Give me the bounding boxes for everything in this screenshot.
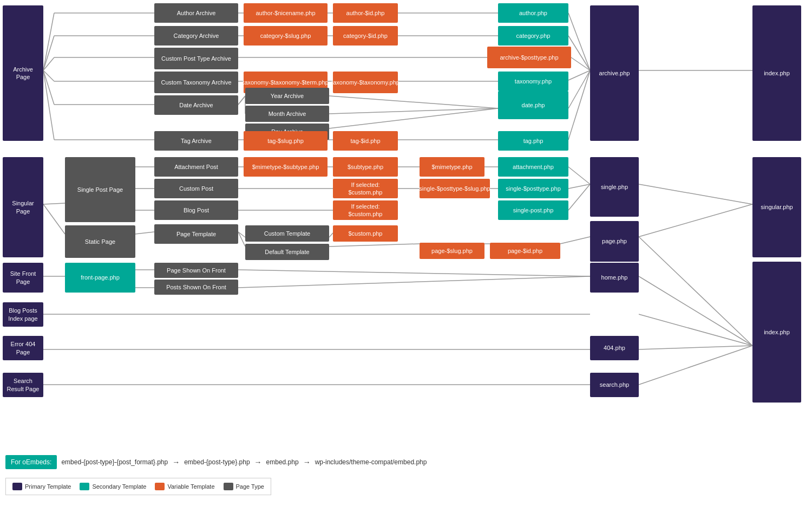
- custom-taxonomy-archive: Custom Taxonomy Archive: [154, 72, 238, 93]
- search-result-page-label: Search Result Page: [3, 373, 43, 397]
- page-slug: page-$slug.php: [420, 243, 484, 259]
- date-archive: Date Archive: [154, 95, 238, 115]
- category-archive: Category Archive: [154, 26, 238, 46]
- svg-line-28: [238, 96, 245, 105]
- error-404-page-label: Error 404 Page: [3, 336, 43, 360]
- author-php: author.php: [498, 3, 568, 23]
- single-posttype-slug: single-$posttype-$slug.php: [420, 179, 490, 198]
- legend-page-type-box: [224, 483, 233, 490]
- legend-secondary-box: [80, 483, 89, 490]
- page-template: Page Template: [154, 224, 238, 244]
- svg-line-31: [329, 108, 498, 128]
- svg-line-39: [43, 204, 65, 234]
- date-php: date.php: [498, 91, 568, 119]
- category-id: category-$id.php: [333, 26, 398, 46]
- embed-label: For oEmbeds:: [5, 455, 57, 469]
- svg-line-36: [568, 70, 590, 140]
- mimetype-subtype: $mimetype-$subtype.php: [244, 157, 328, 177]
- svg-line-29: [329, 96, 498, 108]
- default-template: Default Template: [245, 244, 329, 260]
- embed-item-4: wp-includes/theme-compat/embed.php: [315, 458, 427, 466]
- svg-line-56: [238, 232, 245, 237]
- svg-line-55: [135, 232, 154, 234]
- svg-line-51: [568, 184, 590, 189]
- custom-template: Custom Template: [245, 225, 329, 242]
- tag-slug: tag-$slug.php: [244, 131, 328, 151]
- embed-arrow-1: →: [172, 458, 180, 466]
- svg-line-26: [238, 96, 245, 105]
- legend-primary: Primary Template: [12, 483, 71, 490]
- embed-arrow-2: →: [254, 458, 262, 466]
- embed-bar: For oEmbeds: embed-{post-type}-{post_for…: [5, 455, 427, 469]
- not-found-php: 404.php: [590, 336, 639, 360]
- svg-line-68: [238, 276, 590, 288]
- svg-line-8: [43, 70, 54, 105]
- legend-secondary: Secondary Template: [80, 483, 146, 490]
- archive-posttype: archive-$posttype.php: [487, 47, 571, 68]
- svg-line-32: [568, 70, 590, 108]
- blog-posts-index-page-label: Blog Posts Index page: [3, 302, 43, 327]
- blog-post: Blog Post: [154, 200, 238, 220]
- svg-line-25: [568, 70, 590, 80]
- svg-line-69: [639, 276, 752, 346]
- svg-line-71: [639, 314, 752, 346]
- legend-page-type-label: Page Type: [236, 483, 264, 490]
- svg-line-19: [568, 36, 590, 70]
- single-post-page: Single Post Page: [65, 157, 135, 222]
- legend-secondary-label: Secondary Template: [92, 483, 146, 490]
- page-id: page-$id.php: [490, 243, 560, 259]
- custom-post: Custom Post: [154, 179, 238, 198]
- mimetype-php: $mimetype.php: [420, 157, 484, 177]
- tag-php: tag.php: [498, 131, 568, 151]
- front-page-php: front-page.php: [65, 263, 135, 293]
- static-page: Static Page: [65, 225, 135, 258]
- singular-page-label: Singular Page: [3, 157, 43, 257]
- category-php: category.php: [498, 26, 568, 46]
- year-archive: Year Archive: [245, 88, 329, 104]
- index-php-archive: index.php: [752, 5, 801, 141]
- svg-line-47: [568, 167, 590, 184]
- singular-php: singular.php: [752, 157, 801, 257]
- legend-primary-label: Primary Template: [25, 483, 71, 490]
- svg-line-57: [238, 232, 245, 246]
- embed-item-1: embed-{post-type}-{post_format}.php: [61, 458, 168, 466]
- svg-line-38: [43, 203, 65, 204]
- svg-line-59: [329, 244, 420, 246]
- svg-line-21: [571, 57, 590, 70]
- diagram-container: Archive Page Author Archive author-$nice…: [0, 0, 812, 506]
- posts-shown-on-front: Posts Shown On Front: [154, 280, 238, 295]
- page-shown-on-front: Page Shown On Front: [154, 263, 238, 278]
- svg-line-58: [329, 233, 333, 237]
- legend: Primary Template Secondary Template Vari…: [5, 478, 271, 495]
- single-php: single.php: [590, 157, 639, 217]
- svg-line-4: [43, 57, 54, 70]
- if-selected-custom-1: If selected: $custom.php: [333, 179, 398, 198]
- search-php: search.php: [590, 373, 639, 397]
- legend-variable-box: [155, 483, 165, 490]
- svg-line-62: [639, 204, 752, 237]
- single-posttype: single-$posttype.php: [498, 179, 568, 198]
- svg-line-63: [639, 237, 752, 346]
- svg-line-0: [43, 13, 54, 70]
- attachment-post: Attachment Post: [154, 157, 238, 177]
- home-php: home.php: [590, 263, 639, 293]
- svg-line-2: [43, 36, 54, 70]
- attachment-php: attachment.php: [498, 157, 568, 177]
- svg-line-30: [329, 108, 498, 114]
- legend-variable-label: Variable Template: [167, 483, 214, 490]
- svg-line-6: [43, 70, 54, 81]
- author-nicename: author-$nicename.php: [244, 3, 328, 23]
- svg-line-54: [639, 184, 752, 204]
- custom-post-type-archive: Custom Post Type Archive: [154, 48, 238, 69]
- embed-item-3: embed.php: [266, 458, 299, 466]
- svg-line-67: [238, 270, 590, 276]
- subtype-php: $subtype.php: [333, 157, 398, 177]
- single-post-php: single-post.php: [498, 200, 568, 220]
- archive-page-label: Archive Page: [3, 5, 43, 141]
- legend-primary-box: [12, 483, 22, 490]
- tag-archive: Tag Archive: [154, 131, 238, 151]
- page-php: page.php: [590, 221, 639, 262]
- svg-line-73: [639, 346, 752, 349]
- embed-item-2: embed-{post-type}.php: [184, 458, 250, 466]
- custom-php: $custom.php: [333, 225, 398, 242]
